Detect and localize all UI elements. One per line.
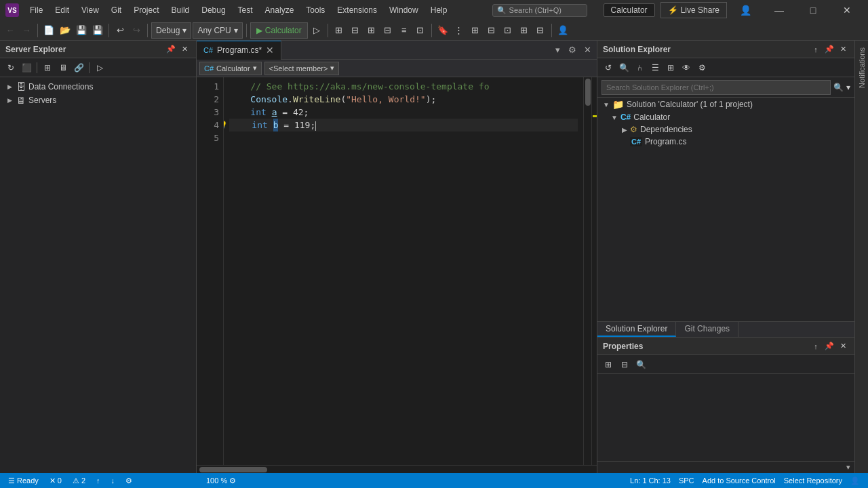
nav-type-dropdown[interactable]: C# Calculator ▾ xyxy=(199,62,262,75)
toolbar-extra-5[interactable]: ≡ xyxy=(397,23,412,38)
notifications-label[interactable]: Notifications xyxy=(856,43,867,92)
menu-test[interactable]: Test xyxy=(233,4,258,16)
status-user-icon[interactable]: 👤 xyxy=(848,476,863,485)
se-item-program-cs[interactable]: ▶ C# Program.cs xyxy=(597,136,854,148)
editor-hscrollbar[interactable] xyxy=(197,465,597,473)
status-source-control[interactable]: Add to Source Control xyxy=(700,476,778,485)
menu-debug[interactable]: Debug xyxy=(196,4,231,16)
se-add-connection-button[interactable]: ⊞ xyxy=(41,61,54,75)
se-tb-search[interactable]: 🔍 xyxy=(617,61,631,75)
se-properties-button[interactable]: ▷ xyxy=(93,61,106,75)
editor-tab-settings-button[interactable]: ⚙ xyxy=(566,43,579,57)
se-tb-sync[interactable]: ↺ xyxy=(601,61,615,75)
status-source-icon[interactable]: ⚙ xyxy=(123,476,135,485)
server-explorer-close-button[interactable]: ✕ xyxy=(178,43,191,56)
status-encoding[interactable]: SPC xyxy=(676,476,697,485)
se-add-server-button[interactable]: 🖥 xyxy=(56,61,70,75)
se-tb-settings[interactable]: ⚙ xyxy=(695,61,709,75)
status-ready[interactable]: ☰ Ready xyxy=(5,476,41,485)
tab-program-cs[interactable]: C# Program.cs* ✕ xyxy=(197,41,281,60)
new-file-button[interactable]: 📄 xyxy=(41,23,56,38)
toolbar-extra-10[interactable]: ⊡ xyxy=(500,23,515,38)
toolbar-extra-8[interactable]: ⊞ xyxy=(468,23,483,38)
toolbar-extra-1[interactable]: ⊞ xyxy=(332,23,347,38)
platform-dropdown[interactable]: Any CPU ▾ xyxy=(193,22,242,39)
open-file-button[interactable]: 📂 xyxy=(58,23,73,38)
menu-window[interactable]: Window xyxy=(384,4,424,16)
tree-item-servers[interactable]: ▶ 🖥 Servers xyxy=(0,94,196,107)
se-collapse-button[interactable]: ↑ xyxy=(810,43,822,56)
se-tb-show-all[interactable]: ☰ xyxy=(648,61,662,75)
toolbar-extra-2[interactable]: ⊟ xyxy=(348,23,363,38)
toolbar-extra-11[interactable]: ⊞ xyxy=(517,23,532,38)
lightbulb-icon[interactable]: 💡 xyxy=(224,119,228,131)
menu-file[interactable]: File xyxy=(24,4,48,16)
nav-member-dropdown[interactable]: <Select member> ▾ xyxy=(264,62,340,75)
se-item-calculator[interactable]: ▼ C# Calculator xyxy=(597,111,854,123)
server-explorer-pin-button[interactable]: 📌 xyxy=(165,43,177,56)
status-repo[interactable]: Select Repository xyxy=(781,476,845,485)
profile-button[interactable]: 👤 xyxy=(730,0,761,20)
se-close-button[interactable]: ✕ xyxy=(837,43,849,56)
forward-button[interactable]: → xyxy=(19,23,34,38)
se-stop-button[interactable]: ⬛ xyxy=(20,61,33,75)
config-dropdown[interactable]: Debug ▾ xyxy=(151,22,191,39)
toolbar-extra-4[interactable]: ⊟ xyxy=(380,23,395,38)
menu-edit[interactable]: Edit xyxy=(50,4,75,16)
profile-settings-button[interactable]: 👤 xyxy=(555,23,570,38)
live-share-button[interactable]: ⚡ Live Share xyxy=(660,2,727,18)
menu-project[interactable]: Project xyxy=(128,4,164,16)
close-button[interactable]: ✕ xyxy=(831,0,863,20)
se-item-dependencies[interactable]: ▶ ⚙ Dependencies xyxy=(597,123,854,136)
code-area[interactable]: // See https://aka.ms/new-console-templa… xyxy=(224,77,583,465)
toolbar-extra-7[interactable]: ⋮ xyxy=(452,23,467,38)
prop-search-button[interactable]: 🔍 xyxy=(634,358,648,371)
save-button[interactable]: 💾 xyxy=(74,23,89,38)
menu-tools[interactable]: Tools xyxy=(300,4,330,16)
se-tb-git[interactable]: ⑃ xyxy=(633,61,646,75)
prop-category-button[interactable]: ⊟ xyxy=(618,358,631,371)
status-errors[interactable]: ✕ 0 xyxy=(47,476,64,485)
save-all-button[interactable]: 💾 xyxy=(90,23,105,38)
title-search-box[interactable]: 🔍 Search (Ctrl+Q) xyxy=(492,4,587,17)
status-ln-col[interactable]: Ln: 1 Ch: 13 xyxy=(627,476,673,485)
toolbar-extra-9[interactable]: ⊟ xyxy=(484,23,499,38)
se-tb-preview[interactable]: 👁 xyxy=(679,61,693,75)
undo-button[interactable]: ↩ xyxy=(113,23,127,38)
editor-tab-close-all-button[interactable]: ✕ xyxy=(580,43,594,57)
se-tb-props[interactable]: ⊞ xyxy=(664,61,677,75)
bookmark-button[interactable]: 🔖 xyxy=(435,23,450,38)
prop-expand-icon[interactable]: ▾ xyxy=(846,463,850,472)
tab-git-changes[interactable]: Git Changes xyxy=(676,322,738,337)
tab-close-button[interactable]: ✕ xyxy=(266,45,274,56)
run-without-debug-button[interactable]: ▷ xyxy=(309,23,324,38)
run-button[interactable]: ▶ Calculator xyxy=(250,22,308,39)
prop-grid-button[interactable]: ⊞ xyxy=(601,358,615,371)
se-search-input[interactable] xyxy=(601,80,831,95)
menu-analyze[interactable]: Analyze xyxy=(260,4,300,16)
editor-content[interactable]: 1 2 3 4 5 // See https://aka.ms/new-cons… xyxy=(197,77,597,465)
menu-help[interactable]: Help xyxy=(425,4,453,16)
prop-pin-button[interactable]: 📌 xyxy=(823,340,835,352)
status-warnings[interactable]: ⚠ 2 xyxy=(70,476,88,485)
toolbar-extra-6[interactable]: ⊡ xyxy=(413,23,428,38)
status-zoom[interactable]: 100 % ⚙ xyxy=(203,476,239,485)
tree-item-data-connections[interactable]: ▶ 🗄 Data Connections xyxy=(0,80,196,94)
editor-scrollbar[interactable] xyxy=(583,77,591,465)
menu-view[interactable]: View xyxy=(76,4,104,16)
maximize-button[interactable]: □ xyxy=(797,0,829,20)
menu-git[interactable]: Git xyxy=(106,4,127,16)
status-up-arrow[interactable]: ↑ xyxy=(94,476,103,485)
menu-extensions[interactable]: Extensions xyxy=(332,4,382,16)
prop-close-button[interactable]: ✕ xyxy=(837,340,849,352)
se-item-solution[interactable]: ▼ 📁 Solution 'Calculator' (1 of 1 projec… xyxy=(597,98,854,111)
toolbar-extra-12[interactable]: ⊟ xyxy=(533,23,548,38)
redo-button[interactable]: ↪ xyxy=(129,23,144,38)
menu-build[interactable]: Build xyxy=(166,4,195,16)
tab-solution-explorer[interactable]: Solution Explorer xyxy=(597,322,676,337)
status-down-arrow[interactable]: ↓ xyxy=(108,476,118,485)
se-sharepoint-button[interactable]: 🔗 xyxy=(72,61,85,75)
editor-tab-down-button[interactable]: ▾ xyxy=(551,43,564,57)
back-button[interactable]: ← xyxy=(3,23,18,38)
toolbar-extra-3[interactable]: ⊞ xyxy=(364,23,379,38)
